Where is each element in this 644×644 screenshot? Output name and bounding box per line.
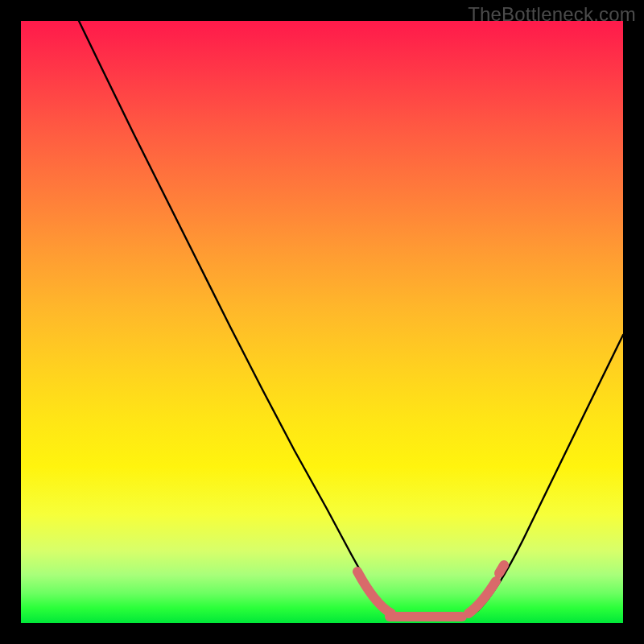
trough-highlight (357, 565, 504, 617)
watermark-text: TheBottleneck.com (468, 3, 636, 26)
chart-svg (21, 21, 623, 623)
chart-frame: TheBottleneck.com (0, 0, 644, 644)
bottleneck-curve (79, 21, 623, 617)
